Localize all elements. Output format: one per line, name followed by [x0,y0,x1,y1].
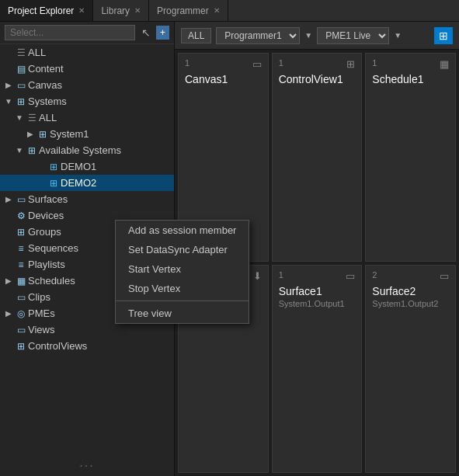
label-views: Views [28,324,174,335]
context-menu-start-vertex[interactable]: Start Vertex [116,259,249,279]
icon-canvas: ▭ [14,80,28,91]
label-system1: System1 [50,128,174,140]
context-menu-divider [116,301,249,301]
card-surface1[interactable]: 1 ▭ Surface1 System1.Output1 [272,265,363,474]
tab-library[interactable]: Library ✕ [93,0,149,21]
card-canvas1-icon: ▭ [252,58,262,70]
sidebar-item-content[interactable]: ▤ Content [0,61,174,77]
toolbar-dropdown-arrow: ▼ [304,31,312,40]
sidebar-item-systems[interactable]: ▼ ⊞ Systems [0,93,174,109]
tab-project-explorer[interactable]: Project Explorer ✕ [0,0,93,21]
cursor-button[interactable]: ↖ [138,25,154,40]
icon-system1: ⊞ [36,129,50,140]
card-controlview1-header: 1 ⊞ [279,58,356,70]
icon-systems-all: ☰ [25,113,39,123]
card-schedule1-header: 1 ▦ [372,58,449,70]
search-input[interactable] [5,25,135,40]
label-content: Content [28,63,174,75]
label-demo1: DEMO1 [61,161,174,172]
sidebar-item-controlviews[interactable]: ⊞ ControlViews [0,338,174,354]
icon-groups: ⊞ [14,227,28,238]
icon-demo2: ⊞ [47,178,61,189]
all-tag: ALL [181,28,211,43]
label-canvas: Canvas [28,79,174,91]
card-surface2-icon: ▭ [440,270,449,282]
icon-controlviews: ⊞ [14,341,28,352]
context-menu-stop-vertex[interactable]: Stop Vertex [116,279,249,298]
sidebar-search-bar: ↖ + [0,22,174,44]
card-controlview1[interactable]: 1 ⊞ ControlView1 [272,53,363,262]
icon-pmes: ◎ [14,308,28,319]
tab-programmer[interactable]: Programmer ✕ [149,0,228,21]
card-surface2[interactable]: 2 ▭ Surface2 System1.Output2 [365,265,456,474]
programmer-select[interactable]: Programmer1 [216,27,300,44]
icon-surfaces: ▭ [14,194,28,205]
tab-project-explorer-label: Project Explorer [8,5,74,16]
sidebar-toolbar: ↖ + [138,25,169,40]
sidebar-item-views[interactable]: ▭ Views [0,321,174,338]
icon-demo1: ⊞ [47,162,61,172]
context-menu-set-datasync[interactable]: Set DataSync Adapter [116,240,249,259]
tab-library-close[interactable]: ✕ [134,6,141,15]
sidebar-item-canvas[interactable]: ▶ ▭ Canvas [0,77,174,93]
sidebar-item-all[interactable]: ☰ ALL [0,44,174,61]
arrow-pmes: ▶ [3,309,14,318]
card-surface1-header: 1 ▭ [279,270,356,282]
card-schedule1-number: 1 [372,58,377,68]
icon-schedules: ▦ [14,276,28,287]
label-systems: Systems [28,96,174,107]
sidebar-bottom-dots: ··· [0,456,174,476]
label-available-systems: Available Systems [39,144,174,156]
arrow-schedules: ▶ [3,276,14,285]
context-menu-add-session[interactable]: Add as session member [116,221,249,240]
card-surface1-subtitle: System1.Output1 [279,299,356,308]
sidebar-item-available-systems[interactable]: ▼ ⊞ Available Systems [0,142,174,158]
pme-dropdown-arrow: ▼ [394,31,402,40]
card-surface2-header: 2 ▭ [372,270,449,282]
icon-devices: ⚙ [14,210,28,221]
tab-programmer-label: Programmer [157,5,209,16]
card-controlview1-number: 1 [279,58,283,68]
label-surfaces: Surfaces [28,193,174,205]
card-schedule1[interactable]: 1 ▦ Schedule1 [365,53,456,262]
pme-select[interactable]: PME1 Live [317,27,389,44]
add-button[interactable]: + [156,26,169,40]
arrow-systems: ▼ [3,97,14,106]
context-menu: Add as session member Set DataSync Adapt… [115,220,249,324]
card-schedule1-title: Schedule1 [372,73,449,85]
label-demo2: DEMO2 [61,177,174,189]
icon-all: ☰ [14,47,28,58]
sidebar-item-system1[interactable]: ▶ ⊞ System1 [0,126,174,142]
label-systems-all: ALL [39,112,174,123]
sidebar-item-surfaces[interactable]: ▶ ▭ Surfaces [0,191,174,207]
grid-view-button[interactable]: ⊞ [434,27,453,44]
sidebar-item-demo2[interactable]: ⊞ DEMO2 [0,175,174,191]
tab-programmer-close[interactable]: ✕ [214,6,220,15]
sidebar-item-demo1[interactable]: ⊞ DEMO1 [0,158,174,175]
tab-project-explorer-close[interactable]: ✕ [78,6,85,15]
card-canvas1-number: 1 [185,58,190,68]
card-surface2-number: 2 [372,270,377,280]
icon-available-systems: ⊞ [25,145,39,156]
card-surface1-number: 1 [279,270,283,280]
card-surface2-subtitle: System1.Output2 [372,299,449,308]
card-controlview1-icon: ⊞ [346,58,355,70]
icon-content: ▤ [14,64,28,75]
context-menu-tree-view[interactable]: Tree view [116,304,249,323]
arrow-available-systems: ▼ [14,146,25,155]
arrow-system1: ▶ [25,130,36,138]
card-surface2-title: Surface2 [372,285,449,297]
icon-views: ▭ [14,325,28,335]
arrow-systems-all: ▼ [14,113,25,122]
right-toolbar: ALL Programmer1 ▼ PME1 Live ▼ ⊞ [175,22,459,50]
icon-playlists: ≡ [14,259,28,270]
card-controlview1-title: ControlView1 [279,73,356,85]
card-surface1-icon: ▭ [346,270,355,282]
label-all: ALL [28,47,174,58]
icon-systems: ⊞ [14,96,28,107]
icon-clips: ▭ [14,292,28,303]
arrow-canvas: ▶ [3,81,14,89]
card-sequence1-icon: ⬇ [253,270,262,282]
sidebar-item-systems-all[interactable]: ▼ ☰ ALL [0,109,174,126]
card-schedule1-icon: ▦ [440,58,449,70]
